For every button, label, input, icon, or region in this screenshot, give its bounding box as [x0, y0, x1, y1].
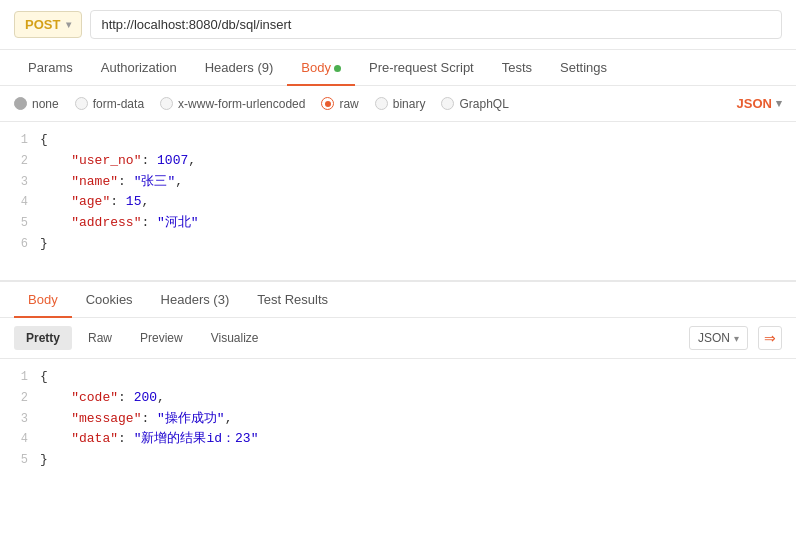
request-tab-bar: Params Authorization Headers (9) Body Pr…	[0, 50, 796, 86]
code-line: 5 "address": "河北"	[0, 213, 796, 234]
tab-params[interactable]: Params	[14, 50, 87, 85]
tab-prerequest[interactable]: Pre-request Script	[355, 50, 488, 85]
tab-tests[interactable]: Tests	[488, 50, 546, 85]
line-number: 5	[0, 451, 40, 470]
body-options-bar: none form-data x-www-form-urlencoded raw…	[0, 86, 796, 122]
response-format-dropdown[interactable]: JSON ▾	[689, 326, 748, 350]
line-number: 3	[0, 173, 40, 192]
line-content: }	[40, 450, 796, 471]
response-tab-headers[interactable]: Headers (3)	[147, 282, 244, 317]
line-content: {	[40, 367, 796, 388]
line-content: "code": 200,	[40, 388, 796, 409]
tab-body[interactable]: Body	[287, 50, 355, 85]
tab-settings[interactable]: Settings	[546, 50, 621, 85]
view-raw[interactable]: Raw	[76, 326, 124, 350]
code-line: 4 "age": 15,	[0, 192, 796, 213]
tab-headers[interactable]: Headers (9)	[191, 50, 288, 85]
method-chevron-icon: ▾	[66, 19, 71, 30]
radio-none	[14, 97, 27, 110]
wrap-icon[interactable]: ⇒	[758, 326, 782, 350]
code-line: 1{	[0, 130, 796, 151]
view-pretty[interactable]: Pretty	[14, 326, 72, 350]
code-line: 4 "data": "新增的结果id：23"	[0, 429, 796, 450]
code-line: 3 "message": "操作成功",	[0, 409, 796, 430]
code-line: 2 "user_no": 1007,	[0, 151, 796, 172]
url-input[interactable]	[90, 10, 782, 39]
line-content: "data": "新增的结果id：23"	[40, 429, 796, 450]
view-preview[interactable]: Preview	[128, 326, 195, 350]
option-raw[interactable]: raw	[321, 97, 358, 111]
line-number: 6	[0, 235, 40, 254]
json-format-dropdown[interactable]: JSON ▾	[737, 96, 782, 111]
response-tab-cookies[interactable]: Cookies	[72, 282, 147, 317]
option-none[interactable]: none	[14, 97, 59, 111]
radio-binary	[375, 97, 388, 110]
response-section: Body Cookies Headers (3) Test Results Pr…	[0, 282, 796, 479]
response-format-chevron-icon: ▾	[734, 333, 739, 344]
code-line: 1{	[0, 367, 796, 388]
line-number: 2	[0, 389, 40, 408]
view-toolbar: Pretty Raw Preview Visualize JSON ▾ ⇒	[0, 318, 796, 359]
code-line: 5}	[0, 450, 796, 471]
response-tab-results[interactable]: Test Results	[243, 282, 342, 317]
line-number: 1	[0, 131, 40, 150]
line-content: }	[40, 234, 796, 255]
line-number: 5	[0, 214, 40, 233]
line-number: 4	[0, 430, 40, 449]
radio-form-data	[75, 97, 88, 110]
line-content: "message": "操作成功",	[40, 409, 796, 430]
radio-urlencoded	[160, 97, 173, 110]
line-number: 4	[0, 193, 40, 212]
radio-graphql	[441, 97, 454, 110]
line-content: "age": 15,	[40, 192, 796, 213]
view-visualize[interactable]: Visualize	[199, 326, 271, 350]
option-form-data[interactable]: form-data	[75, 97, 144, 111]
json-chevron-icon: ▾	[776, 97, 782, 110]
option-urlencoded[interactable]: x-www-form-urlencoded	[160, 97, 305, 111]
tab-authorization[interactable]: Authorization	[87, 50, 191, 85]
response-body-display: 1{2 "code": 200,3 "message": "操作成功",4 "d…	[0, 359, 796, 479]
option-graphql[interactable]: GraphQL	[441, 97, 508, 111]
method-label: POST	[25, 17, 60, 32]
line-content: "user_no": 1007,	[40, 151, 796, 172]
line-content: {	[40, 130, 796, 151]
url-bar: POST ▾	[0, 0, 796, 50]
line-number: 1	[0, 368, 40, 387]
code-line: 2 "code": 200,	[0, 388, 796, 409]
response-tab-bar: Body Cookies Headers (3) Test Results	[0, 282, 796, 318]
body-active-dot	[334, 65, 341, 72]
option-binary[interactable]: binary	[375, 97, 426, 111]
line-content: "address": "河北"	[40, 213, 796, 234]
response-tab-body[interactable]: Body	[14, 282, 72, 317]
code-line: 6}	[0, 234, 796, 255]
line-content: "name": "张三",	[40, 172, 796, 193]
radio-raw	[321, 97, 334, 110]
method-selector[interactable]: POST ▾	[14, 11, 82, 38]
line-number: 3	[0, 410, 40, 429]
line-number: 2	[0, 152, 40, 171]
request-body-editor[interactable]: 1{2 "user_no": 1007,3 "name": "张三",4 "ag…	[0, 122, 796, 282]
code-line: 3 "name": "张三",	[0, 172, 796, 193]
